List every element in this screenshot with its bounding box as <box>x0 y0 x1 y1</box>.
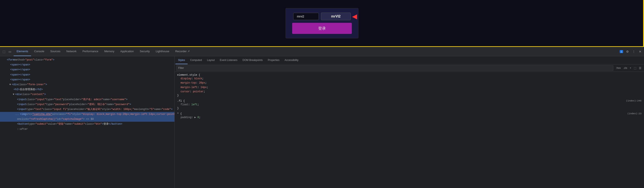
hov-cls-buttons: :hov .cls + ⬚ ☰ <box>615 66 642 70</box>
more-options-icon[interactable]: ⋮ <box>632 50 636 54</box>
devtools-icons-left: ⬚ ▭ <box>2 50 12 54</box>
yellow-border <box>643 0 644 46</box>
html-line: <span></span> <box>0 73 174 77</box>
captcha-input-display: mrvi2 <box>293 13 319 20</box>
devtools-topbar: ⬚ ▭ Elements Console Sources Network Per… <box>0 47 644 56</box>
css-close-brace: } <box>177 107 642 110</box>
css-line-number: (index):23 <box>628 112 642 115</box>
css-rule-header: * { (index):23 <box>177 112 642 115</box>
html-line: ▼<div class="content"> <box>0 92 174 97</box>
tab-elements[interactable]: Elements <box>14 47 31 56</box>
tab-security[interactable]: Security <box>137 47 153 56</box>
css-selector-fl: .fl { <box>177 100 185 103</box>
elements-panel: <form method="post" class="form"> <span>… <box>0 56 175 188</box>
preview-area: mrvi2 mrVI2 ◀ 登录 <box>0 0 644 47</box>
css-property: display: block; <box>177 77 642 81</box>
styles-filter-input[interactable] <box>176 65 613 71</box>
settings-icon[interactable]: ⚙ <box>625 50 630 54</box>
html-line: <button type="submit" value="登陆" name="s… <box>0 122 174 127</box>
tab-properties[interactable]: Properties <box>265 56 282 64</box>
css-property: padding: ▶ 0; <box>177 115 642 120</box>
tab-recorder[interactable]: Recorder ↗ <box>172 47 193 56</box>
red-arrow-icon: ◀ <box>352 13 357 20</box>
styles-tabs: Styles Computed Layout Event Listeners D… <box>175 56 644 64</box>
tab-memory[interactable]: Memory <box>101 47 117 56</box>
devtools-tabs: Elements Console Sources Network Perform… <box>14 47 620 56</box>
tab-computed[interactable]: Computed <box>188 56 204 64</box>
tab-layout[interactable]: Layout <box>204 56 217 64</box>
tab-styles[interactable]: Styles <box>176 56 188 64</box>
css-property: cursor: pointer; <box>177 90 642 94</box>
devtools-panels: <form method="post" class="form"> <span>… <box>0 56 644 188</box>
login-form-preview: mrvi2 mrVI2 ◀ 登录 <box>286 8 358 38</box>
plus-icon[interactable]: + <box>629 66 632 70</box>
captcha-row: mrvi2 mrVI2 ◀ <box>293 13 351 20</box>
html-line: <input class="input" type="text" placeho… <box>0 97 174 102</box>
tab-console[interactable]: Console <box>31 47 47 56</box>
device-icon[interactable]: ▭ <box>8 50 12 54</box>
tab-dom-breakpoints[interactable]: DOM Breakpoints <box>240 56 265 64</box>
css-selector-wildcard: * { <box>177 112 182 115</box>
tab-accessibility[interactable]: Accessibility <box>282 56 301 64</box>
tab-event-listeners[interactable]: Event Listeners <box>217 56 240 64</box>
css-rule-wildcard: * { (index):23 padding: ▶ 0; <box>177 112 642 120</box>
html-line: <h2>后台管理系统</h2> <box>0 87 174 92</box>
css-rule-fl: .fl { (index):246 float: left; } <box>177 100 642 110</box>
html-line-selected: ... <img src="captcha.php" alt class="fl… <box>0 112 174 117</box>
error-badge: 1 <box>620 50 623 53</box>
new-style-icon[interactable]: ⬚ <box>633 66 637 70</box>
html-line: <form method="post" class="form"> <box>0 58 174 62</box>
css-selector: element.style { <box>177 74 642 77</box>
html-line-selected-2: onclick="refreshCaptcha()" id="captchaIm… <box>0 117 174 122</box>
css-property: float: left; <box>177 103 642 107</box>
tab-sources[interactable]: Sources <box>47 47 64 56</box>
hov-button[interactable]: :hov <box>615 66 622 70</box>
styles-content: element.style { display: block; margin-t… <box>175 72 644 188</box>
tab-network[interactable]: Network <box>64 47 80 56</box>
cls-button[interactable]: .cls <box>622 66 628 70</box>
html-line: ▼<div class="form-inner"> <box>0 82 174 87</box>
tab-performance[interactable]: Performance <box>80 47 101 56</box>
login-button-preview[interactable]: 登录 <box>292 23 352 34</box>
html-line: <input class="input" type="password" pla… <box>0 102 174 107</box>
html-line: <span></span> <box>0 77 174 82</box>
tab-application[interactable]: Application <box>117 47 137 56</box>
css-rule-header: .fl { (index):246 <box>177 100 642 103</box>
toggle-icon[interactable]: ☰ <box>638 66 642 70</box>
tab-lighthouse[interactable]: Lighthouse <box>153 47 172 56</box>
css-property: margin-left: 14px; <box>177 85 642 90</box>
inspect-icon[interactable]: ⬚ <box>2 50 6 54</box>
css-property: margin-top: 20px; <box>177 81 642 85</box>
html-line: <span></span> <box>0 62 174 67</box>
html-line: <input type="text" class="input fl" plac… <box>0 107 174 112</box>
styles-toolbar: :hov .cls + ⬚ ☰ <box>175 64 644 72</box>
devtools-panel: ⬚ ▭ Elements Console Sources Network Per… <box>0 47 644 188</box>
styles-panel: Styles Computed Layout Event Listeners D… <box>175 56 644 188</box>
css-close-brace: } <box>177 94 642 97</box>
devtools-icons-right: 1 ⚙ ⋮ ✕ <box>620 50 642 54</box>
html-line-after: ::after <box>0 127 174 132</box>
close-devtools-icon[interactable]: ✕ <box>638 50 642 54</box>
css-rule-element-style: element.style { display: block; margin-t… <box>177 74 642 97</box>
html-content: <form method="post" class="form"> <span>… <box>0 56 174 188</box>
css-line-number: (index):246 <box>626 100 642 103</box>
captcha-image-display: mrVI2 ◀ <box>321 13 351 20</box>
html-line: <span></span> <box>0 67 174 72</box>
